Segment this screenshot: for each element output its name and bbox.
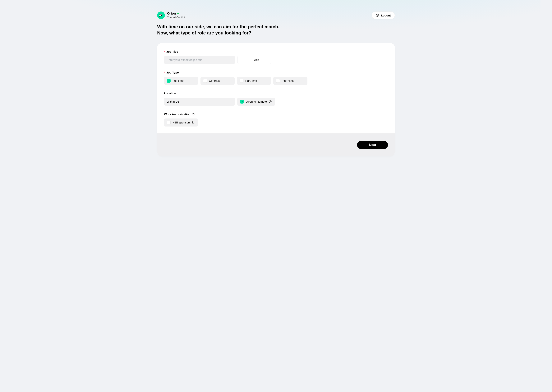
remote-label: Open to Remote: [246, 100, 267, 103]
job-title-input[interactable]: [164, 56, 235, 64]
add-label: Add: [254, 58, 259, 62]
brand-name: Orion: [167, 12, 176, 15]
help-icon: [269, 100, 272, 103]
job-title-label: Job Title: [166, 50, 178, 53]
field-job-title: * Job Title Add: [164, 50, 388, 64]
jobtype-option[interactable]: Internship: [273, 77, 307, 85]
checkbox-icon: [167, 121, 171, 124]
jobtype-option[interactable]: Part-time: [237, 77, 271, 85]
field-job-type: * Job Type Full-time Contract: [164, 71, 388, 85]
location-value: Within US: [167, 100, 180, 103]
logout-icon: [376, 14, 379, 17]
logout-button[interactable]: Logout: [372, 12, 395, 19]
status-dot-icon: [177, 13, 179, 14]
svg-point-0: [162, 14, 162, 15]
brand-subtitle: Your AI Copilot: [167, 16, 185, 19]
checkbox-icon: [167, 79, 171, 83]
location-select[interactable]: Within US: [164, 98, 235, 106]
jobtype-label: Full-time: [173, 79, 184, 82]
svg-point-3: [270, 102, 270, 102]
job-type-label: Job Type: [166, 71, 179, 74]
form-card: * Job Title Add: [157, 43, 395, 156]
jobtype-option[interactable]: Full-time: [164, 77, 198, 85]
jobtype-label: Internship: [282, 79, 294, 82]
jobtype-label: Contract: [209, 79, 220, 82]
required-asterisk-icon: *: [164, 50, 165, 53]
remote-option[interactable]: Open to Remote: [237, 98, 275, 106]
add-button[interactable]: Add: [237, 56, 271, 64]
logout-label: Logout: [381, 14, 391, 17]
plus-icon: [250, 58, 253, 62]
card-footer: Next: [157, 133, 395, 156]
checkbox-icon: [240, 100, 244, 104]
help-icon: [192, 112, 195, 116]
required-asterisk-icon: *: [164, 71, 165, 74]
jobtype-option[interactable]: Contract: [201, 77, 235, 85]
brand-logo-icon: [157, 12, 165, 19]
jobtype-label: Part-time: [245, 79, 257, 82]
brand: Orion Your AI Copilot: [157, 12, 185, 19]
h1b-label: H1B sponsorship: [173, 121, 194, 124]
checkbox-icon: [203, 79, 207, 83]
page-title: With time on our side, we can aim for th…: [157, 24, 395, 36]
field-work-authorization: Work Authorization H1B sponsorship: [164, 112, 388, 126]
next-label: Next: [369, 143, 376, 147]
field-location: Location Within US Open to Remote: [164, 92, 388, 106]
checkbox-icon: [240, 79, 243, 83]
h1b-option[interactable]: H1B sponsorship: [164, 119, 198, 126]
work-auth-label: Work Authorization: [164, 112, 190, 116]
location-label: Location: [164, 92, 176, 95]
next-button[interactable]: Next: [357, 141, 388, 149]
checkbox-icon: [276, 79, 280, 83]
